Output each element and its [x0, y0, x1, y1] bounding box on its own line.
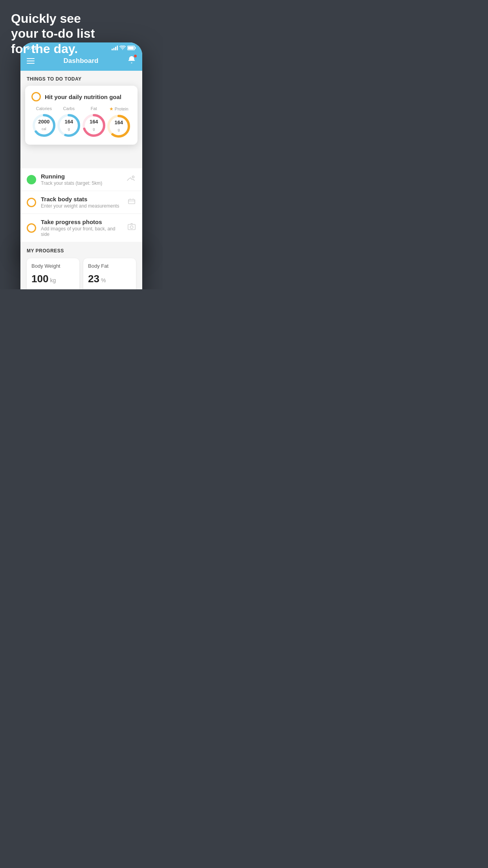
notification-dot: [134, 55, 137, 57]
photos-content: Take progress photos Add images of your …: [41, 219, 123, 237]
protein-donut: 164 g: [106, 114, 131, 138]
body-weight-card-title: Body Weight: [31, 263, 75, 269]
calories-donut: 2000 cal: [32, 113, 56, 138]
nutrition-card[interactable]: Hit your daily nutrition goal Calories: [25, 86, 138, 145]
svg-rect-16: [128, 199, 135, 204]
hero-line2: your to-do list: [11, 26, 95, 41]
protein-label: ★ Protein: [109, 106, 128, 112]
bodystats-radio[interactable]: [27, 198, 36, 207]
svg-point-18: [130, 226, 133, 228]
fat-donut: 164 g: [82, 113, 106, 138]
nutrition-header: Hit your daily nutrition goal: [31, 92, 131, 101]
running-content: Running Track your stats (target: 5km): [41, 173, 122, 186]
body-fat-card[interactable]: Body Fat 23 %: [83, 258, 136, 289]
svg-rect-3: [117, 46, 118, 50]
body-fat-card-title: Body Fat: [88, 263, 131, 269]
protein-star-icon: ★: [109, 106, 114, 112]
fat-unit: g: [93, 127, 95, 131]
progress-section: MY PROGRESS Body Weight 100 kg: [20, 242, 142, 289]
body-weight-unit: kg: [50, 277, 56, 283]
svg-rect-1: [114, 48, 115, 50]
fat-value: 164: [90, 119, 98, 125]
bodystats-icon: [127, 197, 136, 208]
protein-item: ★ Protein 164 g: [106, 106, 131, 138]
body-fat-chart: [83, 289, 136, 289]
calories-value: 2000: [38, 119, 50, 125]
background: Quickly see your to-do list for the day.…: [0, 0, 163, 289]
photos-icon: [127, 223, 136, 233]
bodystats-subtitle: Enter your weight and measurements: [41, 203, 123, 209]
hero-text: Quickly see your to-do list for the day.: [11, 11, 95, 56]
carbs-label: Carbs: [63, 106, 75, 111]
wifi-icon: [119, 46, 126, 50]
nav-title: Dashboard: [64, 57, 99, 65]
carbs-unit: g: [68, 127, 70, 131]
protein-unit: g: [118, 128, 120, 132]
bodystats-content: Track body stats Enter your weight and m…: [41, 196, 123, 209]
carbs-donut: 164 g: [57, 113, 81, 138]
svg-point-15: [132, 176, 134, 178]
nutrition-title: Hit your daily nutrition goal: [45, 94, 121, 100]
body-fat-value: 23: [88, 273, 99, 285]
hero-line1: Quickly see: [11, 11, 95, 26]
signal-icon: [112, 46, 118, 50]
carbs-item: Carbs 164 g: [57, 106, 81, 138]
bodystats-title: Track body stats: [41, 196, 123, 202]
svg-rect-2: [115, 47, 116, 50]
hero-line3: for the day.: [11, 41, 95, 56]
protein-value: 164: [114, 120, 123, 125]
body-weight-card[interactable]: Body Weight 100 kg: [27, 258, 79, 289]
svg-rect-0: [112, 49, 113, 50]
fat-item: Fat 164 g: [82, 106, 106, 138]
calories-label: Calories: [36, 106, 52, 111]
todo-list: Running Track your stats (target: 5km): [20, 168, 142, 242]
app-content: THINGS TO DO TODAY Hit your daily nutrit…: [20, 71, 142, 289]
nutrition-circles: Calories 2000 cal: [31, 106, 131, 138]
fat-label: Fat: [91, 106, 97, 111]
running-title: Running: [41, 173, 122, 180]
body-fat-unit: %: [101, 277, 106, 283]
calories-item: Calories 2000 cal: [32, 106, 56, 138]
progress-title: MY PROGRESS: [27, 248, 136, 254]
body-weight-value: 100: [31, 273, 48, 285]
list-item-running[interactable]: Running Track your stats (target: 5km): [20, 168, 142, 191]
svg-rect-6: [128, 46, 134, 49]
notification-button[interactable]: [127, 55, 136, 66]
progress-cards: Body Weight 100 kg: [27, 258, 136, 289]
list-item-body-stats[interactable]: Track body stats Enter your weight and m…: [20, 191, 142, 214]
battery-icon: [127, 46, 136, 50]
body-weight-value-row: 100 kg: [31, 273, 75, 285]
status-icons: [112, 46, 136, 50]
things-todo-header: THINGS TO DO TODAY: [20, 71, 142, 86]
running-subtitle: Track your stats (target: 5km): [41, 180, 122, 186]
photos-subtitle: Add images of your front, back, and side: [41, 226, 123, 237]
body-weight-chart: [27, 289, 79, 289]
running-icon: [127, 175, 136, 184]
menu-button[interactable]: [27, 58, 35, 64]
things-todo-title: THINGS TO DO TODAY: [27, 76, 136, 82]
phone-mockup: 9:41: [20, 42, 142, 289]
calories-unit: cal: [42, 127, 46, 131]
nutrition-radio[interactable]: [31, 92, 41, 101]
running-radio[interactable]: [27, 175, 36, 184]
list-item-photos[interactable]: Take progress photos Add images of your …: [20, 214, 142, 242]
body-fat-value-row: 23 %: [88, 273, 131, 285]
svg-rect-5: [135, 47, 136, 49]
carbs-value: 164: [64, 119, 73, 125]
photos-title: Take progress photos: [41, 219, 123, 225]
photos-radio[interactable]: [27, 223, 36, 233]
